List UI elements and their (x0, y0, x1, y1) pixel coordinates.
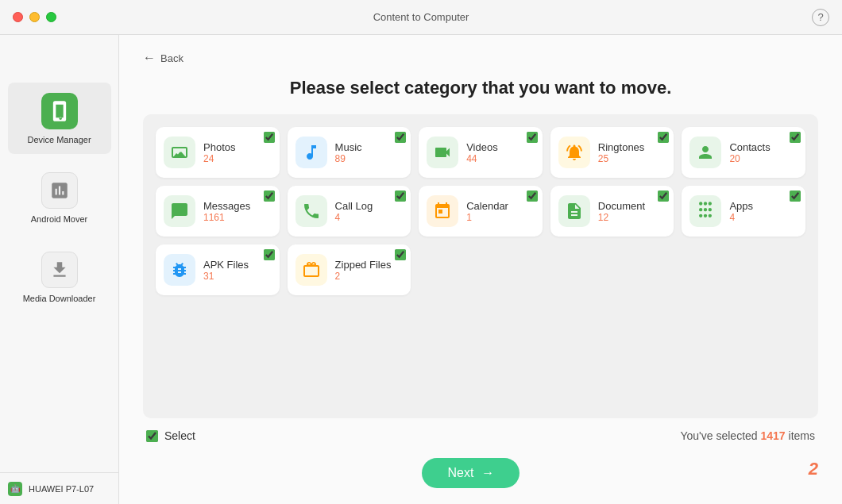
android-mover-icon (41, 171, 79, 210)
minimize-button[interactable] (29, 12, 40, 22)
category-count-zipped: 2 (335, 271, 392, 282)
category-checkbox-apkfiles[interactable] (264, 249, 275, 260)
next-button[interactable]: Next → (422, 458, 519, 488)
category-count-apps: 4 (729, 212, 753, 223)
category-info-apps: Apps 4 (729, 200, 753, 223)
category-count-ringtones: 25 (598, 153, 645, 164)
category-name-apkfiles: APK Files (203, 259, 249, 271)
sidebar-item-device-manager[interactable]: Device Manager (8, 83, 111, 154)
back-button[interactable]: ← Back (143, 51, 183, 65)
window-title: Content to Computer (373, 11, 469, 23)
category-info-contacts: Contacts 20 (729, 141, 770, 164)
selected-count: 1417 (761, 429, 786, 442)
category-info-videos: Videos 44 (466, 141, 498, 164)
category-card-messages[interactable]: Messages 1161 (156, 186, 280, 237)
page-title: Please select category that you want to … (143, 78, 818, 98)
category-card-zipped[interactable]: Zipped Files 2 (288, 244, 411, 295)
category-icon-messages (164, 195, 195, 227)
category-icon-document (558, 195, 590, 227)
category-name-contacts: Contacts (729, 141, 770, 153)
category-count-calllog: 4 (335, 212, 373, 223)
category-icon-zipped (295, 254, 327, 286)
category-icon-apkfiles (164, 254, 195, 286)
back-label: Back (160, 52, 183, 64)
category-checkbox-messages[interactable] (264, 190, 275, 202)
category-count-apkfiles: 31 (203, 271, 249, 282)
device-name: HUAWEI P7-L07 (29, 484, 94, 494)
main-content: ← Back Please select category that you w… (119, 35, 842, 504)
category-checkbox-music[interactable] (395, 132, 406, 143)
category-checkbox-calllog[interactable] (395, 190, 406, 202)
category-checkbox-apps[interactable] (790, 190, 801, 202)
selected-prefix: You've selected (680, 429, 760, 442)
category-card-apps[interactable]: Apps 4 (682, 186, 805, 237)
category-card-calllog[interactable]: Call Log 4 (288, 186, 411, 237)
category-count-messages: 1161 (203, 212, 250, 223)
category-checkbox-photos[interactable] (264, 132, 275, 143)
select-all-wrap: Select (146, 429, 195, 442)
sidebar-label-device-manager: Device Manager (27, 135, 91, 144)
category-name-document: Document (598, 200, 645, 212)
close-button[interactable] (13, 12, 23, 22)
category-count-photos: 24 (203, 153, 235, 164)
category-name-ringtones: Ringtones (598, 141, 645, 153)
category-checkbox-contacts[interactable] (790, 132, 801, 143)
category-name-videos: Videos (466, 141, 498, 153)
category-card-ringtones[interactable]: Ringtones 25 (550, 127, 674, 178)
category-info-calllog: Call Log 4 (335, 200, 373, 223)
category-info-apkfiles: APK Files 31 (203, 259, 249, 282)
category-count-document: 12 (598, 212, 645, 223)
category-icon-contacts (689, 137, 721, 168)
category-icon-photos (164, 137, 195, 168)
category-name-calllog: Call Log (335, 200, 373, 212)
category-count-videos: 44 (466, 153, 498, 164)
media-downloader-icon (41, 251, 79, 289)
help-button[interactable]: ? (812, 9, 829, 26)
back-arrow-icon: ← (143, 51, 156, 65)
sidebar-item-android-mover[interactable]: Android Mover (8, 162, 111, 233)
category-name-music: Music (335, 141, 362, 153)
category-checkbox-ringtones[interactable] (658, 132, 669, 143)
category-icon-calendar (427, 195, 458, 227)
category-checkbox-calendar[interactable] (527, 190, 538, 202)
category-name-calendar: Calendar (466, 200, 508, 212)
category-info-calendar: Calendar 1 (466, 200, 508, 223)
category-count-music: 89 (335, 153, 362, 164)
category-icon-calllog (295, 195, 327, 227)
category-grid-wrapper: Photos 24 Music 89 Videos 44 (143, 114, 818, 418)
sidebar-label-media-downloader: Media Downloader (23, 294, 96, 303)
category-card-document[interactable]: Document 12 (550, 186, 674, 237)
category-card-videos[interactable]: Videos 44 (419, 127, 543, 178)
category-card-calendar[interactable]: Calendar 1 (419, 186, 543, 237)
select-all-label: Select (164, 429, 195, 442)
category-card-music[interactable]: Music 89 (288, 127, 411, 178)
category-checkbox-zipped[interactable] (395, 249, 406, 260)
category-icon-apps (689, 195, 721, 227)
category-name-messages: Messages (203, 200, 250, 212)
category-card-apkfiles[interactable]: APK Files 31 (156, 244, 280, 295)
next-arrow-icon: → (481, 466, 494, 480)
device-status-icon: 🤖 (8, 482, 22, 496)
category-checkbox-videos[interactable] (527, 132, 538, 143)
titlebar: Content to Computer ? (0, 0, 842, 35)
category-checkbox-document[interactable] (658, 190, 669, 202)
traffic-lights (13, 12, 56, 22)
next-label: Next (447, 466, 473, 480)
category-count-contacts: 20 (729, 153, 770, 164)
category-info-ringtones: Ringtones 25 (598, 141, 645, 164)
sidebar-label-android-mover: Android Mover (31, 214, 88, 224)
category-count-calendar: 1 (466, 212, 508, 223)
selected-info: You've selected 1417 items (680, 429, 815, 442)
device-footer: 🤖 HUAWEI P7-L07 (0, 472, 119, 504)
select-all-checkbox[interactable] (146, 430, 158, 442)
maximize-button[interactable] (46, 12, 56, 22)
sidebar-item-media-downloader[interactable]: Media Downloader (8, 241, 111, 313)
button-row: Next → 2 (143, 450, 818, 488)
category-card-photos[interactable]: Photos 24 (156, 127, 280, 178)
category-name-zipped: Zipped Files (335, 259, 392, 271)
category-icon-music (295, 137, 327, 168)
category-icon-ringtones (558, 137, 590, 168)
category-grid: Photos 24 Music 89 Videos 44 (156, 127, 805, 295)
category-card-contacts[interactable]: Contacts 20 (682, 127, 805, 178)
step-2-badge: 2 (809, 459, 818, 479)
